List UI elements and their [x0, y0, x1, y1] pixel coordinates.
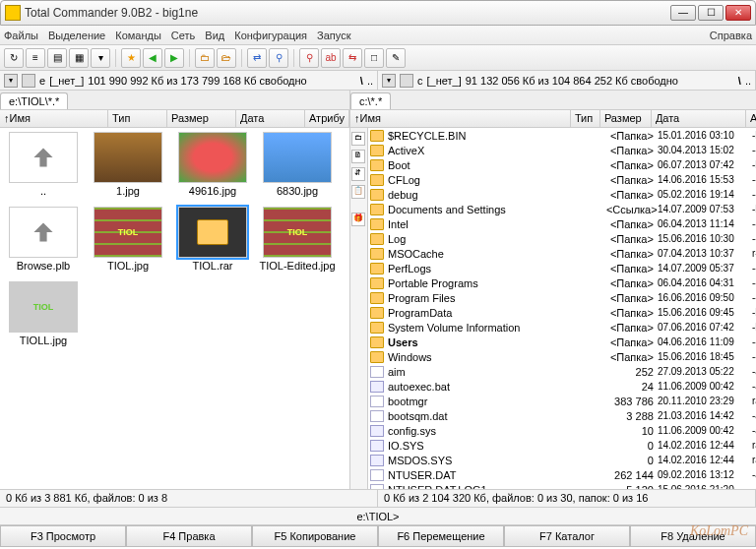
menu-help[interactable]: Справка	[710, 30, 752, 41]
menu-bar: ФайлыВыделениеКомандыСетьВидКонфигурация…	[0, 26, 756, 45]
file-row[interactable]: Documents and Settings<Ссылка>14.07.2009…	[368, 202, 756, 216]
file-row[interactable]: bootmgr383 78620.11.2010 23:29rahs	[368, 394, 756, 408]
left-list[interactable]: ..1.jpg49616.jpg6830.jpgBrowse.plbTIOLTI…	[0, 128, 349, 489]
file-row[interactable]: PerfLogs<Папка>14.07.2009 05:37---	[368, 261, 756, 275]
root-button[interactable]: \	[738, 75, 741, 87]
updir-button[interactable]: ..	[367, 75, 373, 87]
file-row[interactable]: Program Files<Папка>16.06.2016 09:50---	[368, 290, 756, 305]
col-date[interactable]: Дата	[652, 110, 746, 127]
sync-icon[interactable]: ⇆	[343, 48, 362, 68]
drive-button[interactable]: [_нет_]	[427, 75, 462, 87]
fwd-icon[interactable]: ▶	[164, 48, 184, 68]
drive-button[interactable]: [_нет_]	[49, 75, 84, 87]
file-row[interactable]: Users<Папка>04.06.2016 11:09---	[368, 335, 756, 349]
col-date[interactable]: Дата	[236, 110, 305, 127]
file-row[interactable]: aim25227.09.2013 05:22-a--	[368, 364, 756, 379]
col-size[interactable]: Размер	[600, 110, 652, 127]
col-attr[interactable]: Атрибу	[305, 110, 349, 127]
maximize-button[interactable]: ☐	[698, 5, 724, 21]
file-row[interactable]: Intel<Папка>06.04.2013 11:14---	[368, 216, 756, 231]
col-size[interactable]: Размер	[167, 110, 236, 127]
drive-dropdown-left[interactable]: ▾	[4, 74, 18, 88]
tree-icon[interactable]: ▤	[47, 48, 67, 68]
strip-btn[interactable]: ⇵	[351, 167, 365, 181]
file-row[interactable]: bootsqm.dat3 28821.03.2016 14:42-a--	[368, 408, 756, 423]
col-type[interactable]: Тип	[571, 110, 600, 127]
fn-button[interactable]: F5 Копирование	[252, 525, 378, 547]
thumbnail[interactable]: TIOL.rar	[173, 207, 252, 272]
file-row[interactable]: debug<Папка>05.02.2016 19:14---	[368, 187, 756, 202]
file-row[interactable]: config.sys1011.06.2009 00:42-a--	[368, 423, 756, 438]
drive-icon[interactable]	[22, 74, 35, 88]
notepad-icon[interactable]: ✎	[386, 48, 406, 68]
menu-item[interactable]: Команды	[115, 30, 161, 41]
strip-btn[interactable]: 📋	[351, 185, 365, 199]
list-icon[interactable]: ≡	[26, 48, 45, 68]
file-row[interactable]: NTUSER.DAT262 14409.02.2016 13:12-a--	[368, 467, 756, 482]
file-row[interactable]: Boot<Папка>06.07.2013 07:42-hs	[368, 157, 756, 172]
unpack-icon[interactable]: 🗁	[217, 48, 236, 68]
file-row[interactable]: Log<Папка>15.06.2016 10:30---	[368, 231, 756, 246]
strip-btn[interactable]: 🎁	[351, 213, 365, 226]
multi-rename-icon[interactable]: ab	[321, 48, 341, 68]
back-icon[interactable]: ◀	[143, 48, 162, 68]
file-row[interactable]: ProgramData<Папка>15.06.2016 09:45-h-	[368, 305, 756, 320]
views-icon[interactable]: ▾	[91, 48, 110, 68]
drive-icon[interactable]	[400, 74, 413, 88]
star-icon[interactable]: ★	[121, 48, 141, 68]
left-tab[interactable]: e:\TIOL\*.*	[0, 92, 68, 109]
close-button[interactable]: ✕	[725, 5, 751, 21]
right-list[interactable]: $RECYCLE.BIN<Папка>15.01.2016 03:10-hsAc…	[368, 128, 756, 489]
command-line[interactable]: e:\TIOL>	[0, 508, 756, 525]
thumbnail[interactable]: Browse.plb	[4, 207, 83, 272]
menu-item[interactable]: Запуск	[317, 30, 350, 41]
file-row[interactable]: ActiveX<Папка>30.04.2013 15:02---	[368, 143, 756, 157]
file-row[interactable]: $RECYCLE.BIN<Папка>15.01.2016 03:10-hs	[368, 128, 756, 143]
refresh-icon[interactable]: ↻	[4, 48, 24, 68]
thumbnail[interactable]: 6830.jpg	[258, 132, 337, 197]
pack-icon[interactable]: 🗀	[195, 48, 215, 68]
strip-btn[interactable]: 🗀	[351, 132, 365, 146]
fn-button[interactable]: F4 Правка	[126, 525, 252, 547]
thumbnail[interactable]: TIOLTIOL-Edited.jpg	[258, 207, 337, 272]
file-date: 15.01.2016 03:10	[656, 130, 750, 141]
ftp-icon[interactable]: ⇄	[247, 48, 267, 68]
updir-button[interactable]: ..	[745, 75, 751, 87]
menu-item[interactable]: Выделение	[48, 30, 105, 41]
search-icon[interactable]: ⚲	[299, 48, 319, 68]
file-row[interactable]: NTUSER.DAT.LOG15 12015.06.2016 21:20-ahs	[368, 482, 756, 489]
col-type[interactable]: Тип	[108, 110, 167, 127]
menu-item[interactable]: Файлы	[4, 30, 38, 41]
drive-dropdown-right[interactable]: ▾	[382, 74, 396, 88]
col-name[interactable]: ↑Имя	[350, 110, 571, 127]
col-name[interactable]: ↑Имя	[0, 110, 108, 127]
strip-btn[interactable]: 🗎	[351, 150, 365, 163]
fn-button[interactable]: F8 Удаление	[630, 525, 756, 547]
fn-button[interactable]: F3 Просмотр	[0, 525, 126, 547]
file-row[interactable]: MSDOS.SYS014.02.2016 12:44rahs	[368, 453, 756, 467]
thumbnail[interactable]: 1.jpg	[89, 132, 167, 197]
file-row[interactable]: IO.SYS014.02.2016 12:44rahs	[368, 438, 756, 453]
right-tab[interactable]: c:\*.*	[350, 92, 391, 109]
fn-button[interactable]: F7 Каталог	[504, 525, 630, 547]
thumbs-icon[interactable]: ▦	[69, 48, 89, 68]
menu-item[interactable]: Сеть	[171, 30, 195, 41]
thumbnail[interactable]: TIOLTIOL.jpg	[89, 207, 167, 272]
copy-names-icon[interactable]: □	[364, 48, 384, 68]
menu-item[interactable]: Вид	[205, 30, 224, 41]
file-row[interactable]: System Volume Information<Папка>07.06.20…	[368, 320, 756, 335]
col-attr[interactable]: Атрибу	[746, 110, 756, 127]
thumbnail[interactable]: TIOLTIOLL.jpg	[4, 281, 83, 346]
root-button[interactable]: \	[360, 75, 363, 87]
file-row[interactable]: CFLog<Папка>14.06.2016 15:53---	[368, 172, 756, 187]
net-icon[interactable]: ⚲	[269, 48, 288, 68]
thumbnail[interactable]: 49616.jpg	[173, 132, 252, 197]
fn-button[interactable]: F6 Перемещение	[378, 525, 504, 547]
file-row[interactable]: autoexec.bat2411.06.2009 00:42-a--	[368, 379, 756, 394]
file-row[interactable]: Windows<Папка>15.06.2016 18:45---	[368, 349, 756, 364]
file-row[interactable]: Portable Programs<Папка>06.04.2016 04:31…	[368, 275, 756, 290]
menu-item[interactable]: Конфигурация	[234, 30, 307, 41]
thumbnail[interactable]: ..	[4, 132, 83, 197]
file-row[interactable]: MSOCache<Папка>07.04.2013 10:37r-h-	[368, 246, 756, 261]
minimize-button[interactable]: —	[670, 5, 696, 21]
